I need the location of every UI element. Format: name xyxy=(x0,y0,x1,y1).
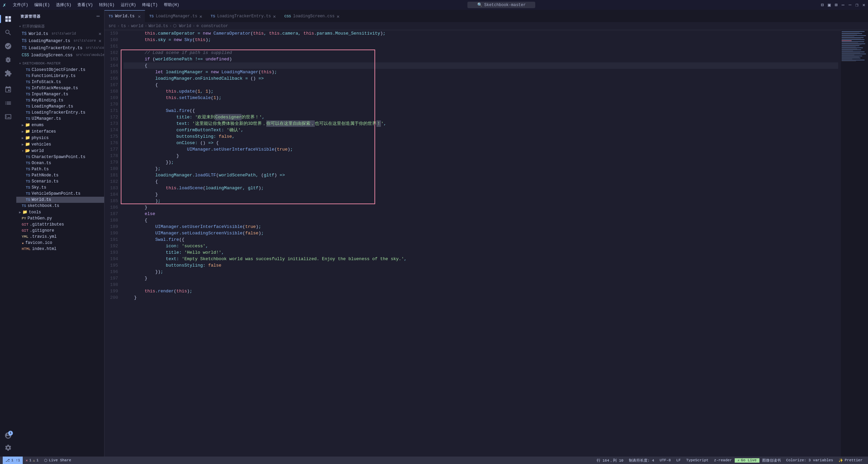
breadcrumb-world-class[interactable]: ⬡ World xyxy=(173,23,191,28)
open-file-loading-manager[interactable]: TS LoadingManager.ts src\ts\core ✕ xyxy=(16,37,104,44)
breadcrumb-world-ts[interactable]: World.ts xyxy=(149,24,168,28)
open-file-world[interactable]: TS World.ts src\ts\world ✕ xyxy=(16,30,104,37)
status-encoding[interactable]: UTF-8 xyxy=(657,458,674,462)
tab-close-icon[interactable]: ✕ xyxy=(336,14,339,19)
file-loading-tracker-entry[interactable]: TS LoadingTrackerEntry.ts xyxy=(16,110,104,116)
activity-list[interactable] xyxy=(2,97,14,109)
activity-search[interactable] xyxy=(2,26,14,39)
status-prettier[interactable]: ✨ Prettier xyxy=(836,458,865,463)
file-vehicle-spawn-point[interactable]: TS VehicleSpawnPoint.ts xyxy=(16,191,104,197)
file-world-ts[interactable]: TS World.ts xyxy=(16,197,104,203)
activity-debug[interactable] xyxy=(2,54,14,66)
status-language[interactable]: TypeScript xyxy=(683,458,711,462)
file-info-stack[interactable]: TS InfoStack.ts xyxy=(16,79,104,85)
folder-world[interactable]: ▾ 📂 world xyxy=(16,148,104,154)
status-colorize[interactable]: Colorize: 3 variables xyxy=(784,458,836,462)
title-bar-search[interactable]: 🔍 Sketchbook-master xyxy=(467,2,535,8)
menu-file[interactable]: 文件(F) xyxy=(10,1,31,8)
window-layout-icon[interactable]: ⊟ xyxy=(821,2,824,8)
folder-enums[interactable]: ▶ 📁 enums xyxy=(16,122,104,128)
chevron-right-icon: ▶ xyxy=(22,123,24,127)
file-path-node[interactable]: TS PathNode.ts xyxy=(16,172,104,178)
window-more-icon[interactable]: ⋯ xyxy=(842,2,844,8)
file-ui-manager[interactable]: TS UIManager.ts xyxy=(16,116,104,122)
breadcrumb-src[interactable]: src xyxy=(109,24,116,28)
menu-view[interactable]: 查看(V) xyxy=(75,1,96,8)
close-icon[interactable]: ✕ xyxy=(99,38,101,44)
activity-accounts[interactable]: 1 xyxy=(2,429,14,442)
tab-loading-screen-css[interactable]: CSS loadingScreen.css ✕ xyxy=(280,10,344,22)
file-function-library[interactable]: TS FunctionLibrary.ts xyxy=(16,73,104,79)
activity-explorer[interactable] xyxy=(2,13,14,25)
file-gitattributes[interactable]: GIT .gitattributes xyxy=(16,221,104,228)
breadcrumb-ts[interactable]: ts xyxy=(121,24,126,28)
file-name: ClosestObjectFinder.ts xyxy=(32,67,85,72)
code-line-163: if (worldScenePath !== undefined) xyxy=(123,56,838,62)
breadcrumb-constructor[interactable]: ⊙ constructor xyxy=(196,23,228,28)
file-info-stack-message[interactable]: TS InfoStackMessage.ts xyxy=(16,85,104,91)
open-file-loading-screen-css[interactable]: CSS loadingScreen.css src\css\modules ✕ xyxy=(16,52,104,59)
file-index-html[interactable]: HTML index.html xyxy=(16,246,104,252)
breadcrumb-world[interactable]: world xyxy=(131,24,143,28)
status-go-live[interactable]: ⚡ Go Live xyxy=(735,458,759,463)
file-travis-yml[interactable]: YML .travis.yml xyxy=(16,234,104,240)
status-wechat-reader[interactable]: 图微信读书 xyxy=(759,458,784,463)
file-loading-manager[interactable]: TS LoadingManager.ts xyxy=(16,103,104,110)
code-editor[interactable]: 159 160 161 162 163 164 165 166 167 168 … xyxy=(104,30,868,457)
activity-settings[interactable] xyxy=(2,442,14,454)
tab-close-icon[interactable]: ✕ xyxy=(273,14,276,19)
file-scenario[interactable]: TS Scenario.ts xyxy=(16,178,104,185)
menu-select[interactable]: 选择(S) xyxy=(53,1,74,8)
status-spaces[interactable]: 制表符长度: 4 xyxy=(626,458,657,463)
close-icon[interactable]: ✕ xyxy=(99,31,101,37)
menu-edit[interactable]: 编辑(E) xyxy=(32,1,53,8)
window-split-icon[interactable]: ▣ xyxy=(828,2,830,8)
open-file-loading-tracker[interactable]: TS LoadingTrackerEntry.ts src\ts\core ✕ xyxy=(16,44,104,52)
file-gitignore[interactable]: GIT .gitignore xyxy=(16,228,104,234)
file-favicon[interactable]: ★ favicon.ico xyxy=(16,240,104,246)
file-ocean[interactable]: TS Ocean.ts xyxy=(16,160,104,166)
tab-loading-manager[interactable]: TS LoadingManager.ts ✕ xyxy=(145,10,207,22)
menu-terminal[interactable]: 终端(T) xyxy=(139,1,160,8)
folder-physics[interactable]: ▶ 📁 physics xyxy=(16,135,104,141)
menu-run[interactable]: 运行(R) xyxy=(118,1,139,8)
tab-loading-tracker-entry[interactable]: TS LoadingTrackerEntry.ts ✕ xyxy=(207,10,280,22)
window-close[interactable]: ✕ xyxy=(863,2,865,8)
status-errors[interactable]: ✕ 1 ⚠ 1 xyxy=(23,458,41,463)
sidebar-more-icon[interactable]: ⋯ xyxy=(96,13,100,20)
tab-close-icon[interactable]: ✕ xyxy=(199,14,202,19)
html-icon: HTML xyxy=(22,247,31,251)
status-position[interactable]: 行 164，列 10 xyxy=(594,458,626,463)
tab-world-ts[interactable]: TS World.ts ✕ xyxy=(104,10,145,22)
file-sky[interactable]: TS Sky.ts xyxy=(16,185,104,191)
window-panels-icon[interactable]: ⊞ xyxy=(835,2,837,8)
window-restore[interactable]: ❐ xyxy=(855,2,858,8)
activity-extensions[interactable] xyxy=(2,67,14,79)
file-pathgen-py[interactable]: PY PathGen.py xyxy=(16,215,104,221)
file-path[interactable]: TS Path.ts xyxy=(16,166,104,172)
file-input-manager[interactable]: TS InputManager.ts xyxy=(16,91,104,97)
status-git[interactable]: ⎇ 1 ↑1 xyxy=(3,457,23,464)
status-plugin-zreader[interactable]: z-reader xyxy=(711,458,735,462)
window-minimize[interactable]: ─ xyxy=(849,2,851,8)
tab-close-icon[interactable]: ✕ xyxy=(138,14,141,19)
file-closest-object-finder[interactable]: TS ClosestObjectFinder.ts xyxy=(16,67,104,73)
folder-interfaces[interactable]: ▶ 📁 interfaces xyxy=(16,128,104,135)
status-live-share[interactable]: ⬡ Live Share xyxy=(41,458,74,463)
project-section[interactable]: ▾ SKETCHBOOK-MASTER xyxy=(16,60,104,67)
file-character-spawn-point[interactable]: TS CharacterSpawnPoint.ts xyxy=(16,154,104,160)
activity-terminal[interactable] xyxy=(2,111,14,123)
menu-goto[interactable]: 转到(G) xyxy=(96,1,117,8)
folder-tools[interactable]: ▶ 📁 tools xyxy=(16,209,104,215)
file-sketchbook-ts[interactable]: TS sketchbook.ts xyxy=(16,203,104,209)
activity-remote[interactable] xyxy=(2,83,14,96)
activity-source-control[interactable] xyxy=(2,40,14,52)
menu-help[interactable]: 帮助(H) xyxy=(161,1,182,8)
status-line-ending[interactable]: LF xyxy=(674,458,683,462)
file-key-binding[interactable]: TS KeyBinding.ts xyxy=(16,97,104,103)
open-editors-section[interactable]: ▾ 打开的编辑器 xyxy=(16,22,104,30)
folder-name: interfaces xyxy=(32,129,56,134)
code-content[interactable]: ⚠ this.cameraOperator = new CameraOperat… xyxy=(121,30,841,457)
file-name: KeyBinding.ts xyxy=(32,98,63,103)
folder-vehicles[interactable]: ▶ 📁 vehicles xyxy=(16,141,104,148)
